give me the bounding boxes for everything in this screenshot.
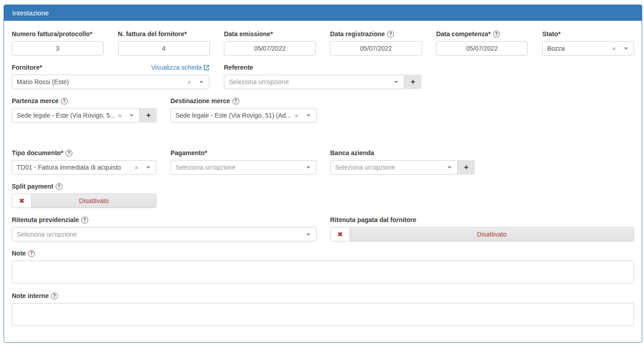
split-payment-state: Disattivato [32,194,156,208]
header-row-1: Numero fattura/protocollo* N. fattura de… [12,30,634,56]
dropdown-arrow-icon [199,81,203,83]
field-split-payment: Split payment? ✖ Disattivato [12,183,156,208]
pagamento-label: Pagamento* [170,149,207,156]
ritenuta-previdenziale-label: Ritenuta previdenziale? [12,216,88,223]
ritenuta-pagata-fornitore-toggle[interactable]: ✖ Disattivato [330,227,634,242]
dropdown-arrow-icon [147,166,150,169]
field-ritenuta-pagata-fornitore: Ritenuta pagata dal fornitore ✖ Disattiv… [330,216,634,242]
data-competenza-input[interactable] [436,41,528,56]
header-row-3: Partenza merce? Sede legale - Este (Via … [12,97,634,123]
destinazione-merce-selected-value: Sede legale - Este (Via Rovigo, 51) (Ad.… [175,112,292,119]
numero-fattura-label: Numero fattura/protocollo* [12,30,92,38]
visualizza-scheda-link[interactable]: Visualizza scheda [151,64,209,71]
pagamento-placeholder: Seleziona un'opzione [175,164,307,171]
numero-fattura-input[interactable] [12,41,104,56]
help-icon[interactable]: ? [81,217,88,223]
note-interne-label: Note interne? [12,292,634,299]
help-icon[interactable]: ? [61,98,68,104]
field-data-emissione: Data emissione* [224,30,316,56]
clear-icon[interactable]: × [612,45,616,52]
data-competenza-label: Data competenza*? [436,30,500,38]
add-banca-azienda-button[interactable]: + [458,160,475,175]
dropdown-arrow-icon [307,233,310,236]
split-payment-toggle[interactable]: ✖ Disattivato [12,194,156,208]
banca-azienda-placeholder: Seleziona un'opzione [335,164,448,171]
toggle-handle: ✖ [331,228,350,241]
field-note: Note? [12,250,634,284]
pagamento-select[interactable]: Seleziona un'opzione [170,160,317,175]
tipo-documento-label: Tipo documento*? [12,149,72,156]
field-n-fattura-fornitore: N. fattura del fornitore* [118,30,210,56]
fornitore-select[interactable]: Mario Rossi (Este) × [12,75,209,89]
toggle-off-icon: ✖ [19,198,24,204]
ritenuta-previdenziale-select[interactable]: Seleziona un'opzione [12,227,317,242]
help-icon[interactable]: ? [66,150,72,156]
dropdown-arrow-icon [307,166,310,169]
referente-label: Referente [224,64,253,71]
destinazione-merce-label: Destinazione merce? [170,97,239,104]
help-icon[interactable]: ? [51,293,58,299]
field-data-competenza: Data competenza*? [436,30,528,56]
ritenuta-pagata-fornitore-label: Ritenuta pagata dal fornitore [330,216,417,223]
stato-label: Stato* [542,30,560,38]
ritenuta-previdenziale-placeholder: Seleziona un'opzione [17,231,307,238]
partenza-merce-select[interactable]: Sede legale - Este (Via Rovigo, 5... × [12,108,140,123]
dropdown-arrow-icon [624,47,628,50]
field-data-registrazione: Data registrazione? [330,30,422,56]
field-stato: Stato* Bozza × [542,30,634,56]
help-icon[interactable]: ? [56,183,62,190]
field-note-interne: Note interne? [12,292,634,326]
add-partenza-merce-button[interactable]: + [140,108,157,123]
field-pagamento: Pagamento* Seleziona un'opzione [170,149,317,175]
plus-icon: + [146,111,151,120]
n-fattura-fornitore-input[interactable] [118,41,210,56]
help-icon[interactable]: ? [387,31,394,38]
data-emissione-input[interactable] [224,41,316,56]
stato-selected-value: Bozza [547,45,609,52]
dropdown-arrow-icon [307,114,310,117]
partenza-merce-label: Partenza merce? [12,97,68,104]
help-icon[interactable]: ? [232,98,239,104]
clear-icon[interactable]: × [118,112,122,119]
panel-body: Numero fattura/protocollo* N. fattura de… [4,21,642,326]
dropdown-arrow-icon [448,166,451,169]
add-referente-button[interactable]: + [404,75,421,89]
banca-azienda-select[interactable]: Seleziona un'opzione [330,160,458,175]
intestazione-panel: Intestazione Numero fattura/protocollo* … [4,5,642,343]
fornitore-label: Fornitore* [12,64,42,71]
clear-icon[interactable]: × [294,112,298,119]
toggle-off-icon: ✖ [337,231,343,237]
note-textarea[interactable] [12,261,634,284]
field-numero-fattura: Numero fattura/protocollo* [12,30,104,56]
help-icon[interactable]: ? [493,31,500,38]
tipo-documento-select[interactable]: TD01 - Fattura immediata di acquisto × [12,160,156,175]
stato-select[interactable]: Bozza × [542,41,634,56]
field-banca-azienda: Banca azienda Seleziona un'opzione + [330,149,475,175]
referente-placeholder: Seleziona un'opzione [229,78,394,85]
data-registrazione-input[interactable] [330,41,422,56]
field-fornitore: Fornitore* Visualizza scheda Mario Rossi… [12,64,209,89]
plus-icon: + [464,163,469,172]
toggle-handle: ✖ [12,194,32,208]
help-icon[interactable]: ? [28,250,35,257]
data-emissione-label: Data emissione* [224,30,273,38]
note-interne-textarea[interactable] [12,303,634,326]
banca-azienda-label: Banca azienda [330,149,374,156]
partenza-merce-selected-value: Sede legale - Este (Via Rovigo, 5... [17,112,115,119]
clear-icon[interactable]: × [134,164,138,171]
field-destinazione-merce: Destinazione merce? Sede legale - Este (… [170,97,317,123]
clear-icon[interactable]: × [187,79,191,85]
plus-icon: + [411,77,415,86]
field-partenza-merce: Partenza merce? Sede legale - Este (Via … [12,97,156,123]
field-referente: Referente Seleziona un'opzione + [224,64,421,89]
external-link-icon [204,65,209,71]
referente-select[interactable]: Seleziona un'opzione [224,75,404,89]
n-fattura-fornitore-label: N. fattura del fornitore* [118,30,187,38]
ritenuta-row: Ritenuta previdenziale? Seleziona un'opz… [12,216,634,242]
panel-title: Intestazione [4,5,642,21]
split-payment-row: Split payment? ✖ Disattivato [12,183,634,208]
ritenuta-pagata-fornitore-state: Disattivato [350,228,634,241]
fornitore-selected-value: Mario Rossi (Este) [17,78,185,85]
destinazione-merce-select[interactable]: Sede legale - Este (Via Rovigo, 51) (Ad.… [170,108,317,123]
split-payment-label: Split payment? [12,183,62,190]
